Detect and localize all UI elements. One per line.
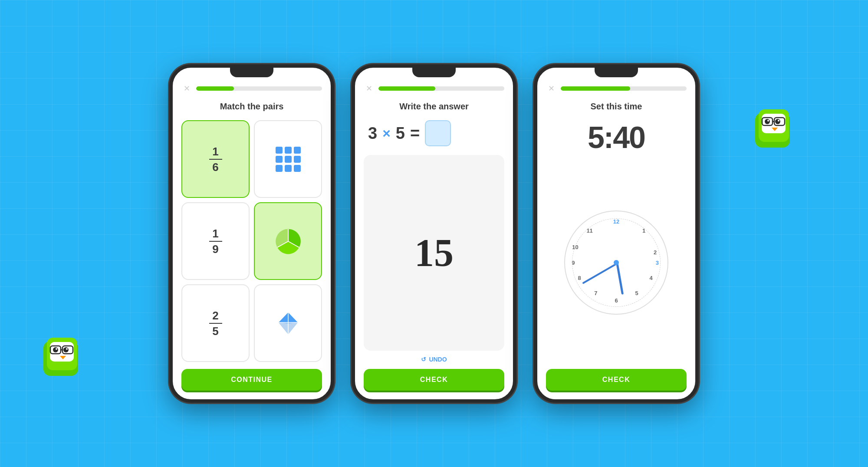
- drawn-number: 15: [414, 234, 454, 273]
- match-grid: 1 6: [181, 120, 322, 362]
- close-button-1[interactable]: ✕: [181, 83, 192, 94]
- svg-point-6: [63, 347, 69, 352]
- dot: [285, 147, 292, 154]
- screen-title-2: Write the answer: [364, 102, 504, 112]
- mascot-cube-right: [751, 104, 799, 152]
- eq-num2: 5: [396, 124, 405, 143]
- clock-center-dot: [614, 260, 619, 265]
- svg-point-8: [66, 348, 68, 350]
- match-card-kite[interactable]: [254, 284, 322, 362]
- clock-face[interactable]: 12 1 2 3 4 5 6 7 8: [564, 210, 668, 315]
- clock-container: 12 1 2 3 4 5 6 7 8: [546, 162, 687, 363]
- svg-point-19: [775, 119, 780, 124]
- dot: [276, 147, 283, 154]
- top-bar-3: ✕: [546, 83, 687, 94]
- pie-chart-icon: [275, 228, 301, 254]
- clock-circle: 12 1 2 3 4 5 6 7 8: [564, 210, 668, 315]
- progress-bar-bg-2: [378, 86, 504, 91]
- svg-point-7: [56, 348, 57, 350]
- undo-row[interactable]: ↺ UNDO: [364, 356, 504, 363]
- progress-bar-fill-1: [196, 86, 234, 91]
- phone-set-time: ✕ Set this time 5:40 12 1 2 3: [534, 64, 699, 403]
- screen-title-3: Set this time: [546, 102, 687, 112]
- equation-row: 3 × 5 =: [364, 120, 504, 146]
- undo-icon: ↺: [421, 356, 426, 363]
- check-button-2[interactable]: CHECK: [364, 369, 504, 391]
- phone-match-pairs: ✕ Match the pairs 1 6: [169, 64, 334, 403]
- eq-num1: 3: [368, 124, 377, 143]
- svg-line-35: [617, 263, 622, 293]
- match-card-pie[interactable]: [254, 202, 322, 280]
- dot: [294, 165, 301, 172]
- answer-input-box[interactable]: [425, 120, 451, 146]
- mascot-cube-left: [39, 332, 87, 380]
- progress-bar-fill-3: [561, 86, 630, 91]
- match-card-fraction-2-5[interactable]: 2 5: [181, 284, 250, 362]
- check-button-3[interactable]: CHECK: [546, 369, 687, 391]
- close-button-3[interactable]: ✕: [546, 83, 556, 94]
- fraction-2-5: 2 5: [209, 310, 222, 337]
- svg-line-36: [583, 263, 617, 283]
- phone-notch-2: [412, 68, 456, 77]
- fraction-1-6: 1 6: [209, 146, 222, 173]
- svg-point-18: [765, 119, 770, 124]
- svg-point-21: [778, 120, 779, 122]
- phone-notch-3: [595, 68, 638, 77]
- undo-label: UNDO: [429, 356, 447, 363]
- drawing-canvas[interactable]: 15: [364, 155, 504, 351]
- time-display: 5:40: [546, 120, 687, 155]
- match-card-fraction-1-6[interactable]: 1 6: [181, 120, 250, 198]
- phone-write-answer: ✕ Write the answer 3 × 5 = 15 ↺ UNDO CHE…: [352, 64, 516, 403]
- kite-icon: [275, 310, 301, 336]
- screen-title-1: Match the pairs: [181, 102, 322, 112]
- progress-bar-bg-1: [196, 86, 322, 91]
- fraction-1-9: 1 9: [209, 228, 222, 255]
- eq-op: ×: [382, 125, 391, 141]
- top-bar-1: ✕: [181, 83, 322, 94]
- top-bar-2: ✕: [364, 83, 504, 94]
- match-card-dotgrid[interactable]: [254, 120, 322, 198]
- svg-point-5: [53, 347, 58, 352]
- svg-point-20: [767, 120, 769, 122]
- dot: [285, 165, 292, 172]
- close-button-2[interactable]: ✕: [364, 83, 374, 94]
- dot: [285, 156, 292, 163]
- continue-button[interactable]: CONTinUe: [181, 369, 322, 391]
- phone-notch-1: [230, 68, 273, 77]
- dot-grid: [276, 147, 301, 172]
- eq-equals: =: [410, 124, 420, 143]
- dot: [294, 156, 301, 163]
- progress-bar-bg-3: [561, 86, 687, 91]
- progress-bar-fill-2: [378, 86, 435, 91]
- dot: [294, 147, 301, 154]
- dot: [276, 165, 283, 172]
- dot: [276, 156, 283, 163]
- match-card-fraction-1-9[interactable]: 1 9: [181, 202, 250, 280]
